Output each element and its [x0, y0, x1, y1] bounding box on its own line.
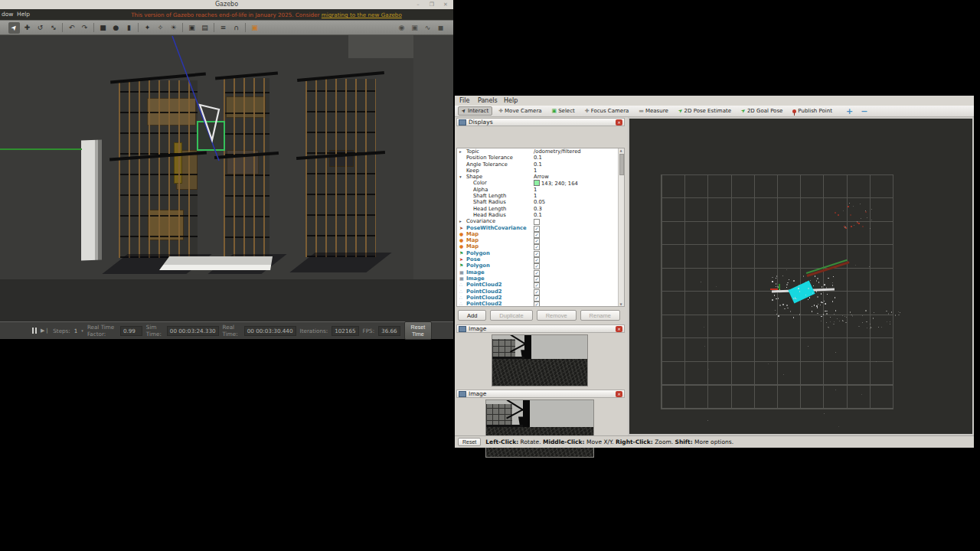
menu-help[interactable]: Help — [17, 11, 30, 18]
display-item-row[interactable]: ➤PoseWithCovariance✓ — [457, 225, 624, 231]
zoom-out-button[interactable]: − — [861, 106, 867, 116]
menu-help[interactable]: Help — [504, 97, 518, 104]
select-region-tool[interactable]: ▣Select — [548, 106, 579, 116]
translate-icon[interactable]: ✚ — [21, 22, 33, 34]
align-icon[interactable]: ≡ — [217, 22, 229, 34]
rviz-3d-viewport[interactable] — [629, 119, 972, 434]
close-icon[interactable]: ✕ — [616, 391, 622, 397]
gazebo-3d-viewport[interactable] — [0, 35, 453, 321]
expander-icon[interactable]: ▸ — [459, 218, 462, 225]
property-row[interactable]: Shaft Radius0.05 — [457, 199, 624, 205]
property-row[interactable]: ▸Topic/odometry/filtered — [457, 148, 624, 155]
sim-time-field[interactable]: 00 00:03:24.330 — [167, 326, 219, 336]
camera-icon[interactable]: ◉ — [396, 22, 407, 34]
publish-point-tool[interactable]: Publish Point — [789, 106, 836, 116]
reset-time-button[interactable]: Reset Time — [404, 321, 432, 340]
property-value[interactable]: 1 — [534, 168, 537, 174]
expander-icon[interactable]: ▾ — [459, 174, 462, 181]
display-item-row[interactable]: ∴PointCloud2✓ — [457, 289, 624, 295]
spot-light-icon[interactable]: ✧ — [155, 22, 166, 34]
migrate-link[interactable]: migrating to the new Gazebo — [322, 11, 402, 18]
interact-cursor-tool[interactable]: ➤Interact — [458, 106, 492, 116]
close-icon[interactable]: ✕ — [616, 326, 622, 332]
screenshot-icon[interactable]: ▣ — [409, 22, 420, 34]
image-panel-header[interactable]: Image ✕ — [456, 390, 625, 398]
image-panel-header[interactable]: Image ✕ — [456, 324, 625, 333]
property-value[interactable]: 0.3 — [534, 206, 542, 213]
goal-pose-arrow-tool[interactable]: ➤2D Goal Pose — [737, 106, 786, 116]
selected-robot-bounding-box[interactable] — [197, 121, 225, 151]
restore-icon[interactable]: ❐ — [427, 1, 436, 8]
reset-button[interactable]: Reset — [458, 438, 481, 446]
minimize-icon[interactable]: – — [413, 1, 423, 8]
rtf-field[interactable]: 0.99 — [120, 326, 142, 336]
property-value[interactable]: 0.1 — [534, 212, 542, 219]
measure-tool[interactable]: ▬Measure — [635, 106, 671, 116]
pose-estimate-arrow-tool[interactable]: ➤2D Pose Estimate — [675, 106, 735, 116]
scrollbar-thumb[interactable] — [619, 154, 624, 175]
property-row[interactable]: Angle Tolerance0.1 — [457, 161, 624, 168]
property-row[interactable]: Position Tolerance0.1 — [457, 155, 624, 161]
iterations-field[interactable]: 102165 — [332, 326, 358, 336]
joint-icon[interactable]: ▣ — [249, 22, 260, 34]
checkbox[interactable]: ✓ — [534, 302, 540, 307]
menu-file[interactable]: File — [459, 97, 469, 104]
close-icon[interactable]: ✕ — [616, 119, 622, 126]
paste-icon[interactable]: ▤ — [199, 22, 211, 34]
property-row[interactable]: Head Radius0.1 — [457, 212, 624, 218]
move-camera-tool[interactable]: ✚Move Camera — [495, 106, 545, 116]
menu-panels[interactable]: Panels — [478, 97, 498, 104]
property-row[interactable]: ▾ShapeArrow — [457, 174, 624, 180]
property-row[interactable]: Shaft Length1 — [457, 193, 624, 199]
display-item-row[interactable]: ●Map✓ — [457, 231, 624, 237]
snap-icon[interactable]: ∩ — [230, 22, 242, 34]
property-row[interactable]: Head Length0.3 — [457, 206, 624, 212]
box-icon[interactable]: ■ — [97, 22, 109, 34]
property-value[interactable]: 0.05 — [534, 199, 545, 206]
property-value[interactable]: 1 — [534, 193, 537, 200]
fps-field[interactable]: 36.66 — [378, 326, 400, 336]
copy-icon[interactable]: ▣ — [186, 22, 198, 34]
steps-value[interactable]: 1 — [74, 328, 78, 334]
step-icon[interactable]: ▶❘ — [41, 328, 49, 334]
color-swatch[interactable] — [534, 180, 540, 186]
tree-scrollbar[interactable]: ▲ ▼ — [618, 148, 624, 306]
undo-icon[interactable]: ↶ — [66, 22, 77, 34]
zoom-in-button[interactable]: + — [846, 106, 853, 116]
display-item-row[interactable]: ●Map✓ — [457, 243, 624, 249]
pause-icon[interactable] — [32, 328, 37, 334]
property-value[interactable]: 0.1 — [534, 161, 542, 168]
menu-window[interactable]: dow — [2, 11, 13, 18]
property-row[interactable]: Color143; 240; 164 — [457, 180, 624, 186]
close-icon[interactable]: ✕ — [441, 1, 450, 8]
display-item-row[interactable]: ⚑Polygon✓ — [457, 262, 624, 269]
display-item-row[interactable]: ➤Pose✓ — [457, 256, 624, 262]
display-item-row[interactable]: ●Map✓ — [457, 237, 624, 243]
property-row[interactable]: Alpha1 — [457, 187, 624, 193]
plot-icon[interactable]: ∿ — [422, 22, 433, 34]
displays-panel-header[interactable]: Displays ✕ — [456, 118, 625, 126]
display-item-row[interactable]: ⚑Polygon✓ — [457, 250, 624, 256]
property-row[interactable]: ▸Covariance — [457, 218, 624, 224]
point-light-icon[interactable]: ✦ — [142, 22, 153, 34]
displays-tree[interactable]: ▸Topic/odometry/filteredPosition Toleran… — [456, 148, 625, 307]
display-item-row[interactable]: ∴PointCloud2✓ — [457, 295, 624, 301]
add-button[interactable]: Add — [458, 310, 486, 321]
display-item-row[interactable]: ∴PointCloud2✓ — [457, 282, 624, 288]
display-item-row[interactable]: ▦Image✓ — [457, 269, 624, 276]
display-item-row[interactable]: ∴PointCloud2✓ — [457, 301, 624, 307]
property-row[interactable]: Keep1 — [457, 168, 624, 174]
property-value[interactable]: Arrow — [534, 174, 549, 181]
scale-icon[interactable]: ↔ — [47, 22, 59, 34]
directional-light-icon[interactable]: ☀ — [168, 22, 179, 34]
select-arrow-icon[interactable]: ➤ — [8, 22, 20, 34]
rotate-icon[interactable]: ↺ — [34, 22, 46, 34]
record-icon[interactable]: ◼ — [435, 22, 446, 34]
focus-camera-tool[interactable]: ✚Focus Camera — [581, 106, 633, 116]
cylinder-icon[interactable]: ▮ — [123, 22, 135, 34]
chevron-down-icon[interactable]: ▾ — [81, 328, 83, 333]
property-value[interactable]: /odometry/filtered — [534, 148, 581, 155]
expander-icon[interactable]: ▸ — [459, 148, 462, 155]
property-value[interactable]: 0.1 — [534, 155, 542, 161]
display-item-row[interactable]: ▦Image✓ — [457, 276, 624, 282]
